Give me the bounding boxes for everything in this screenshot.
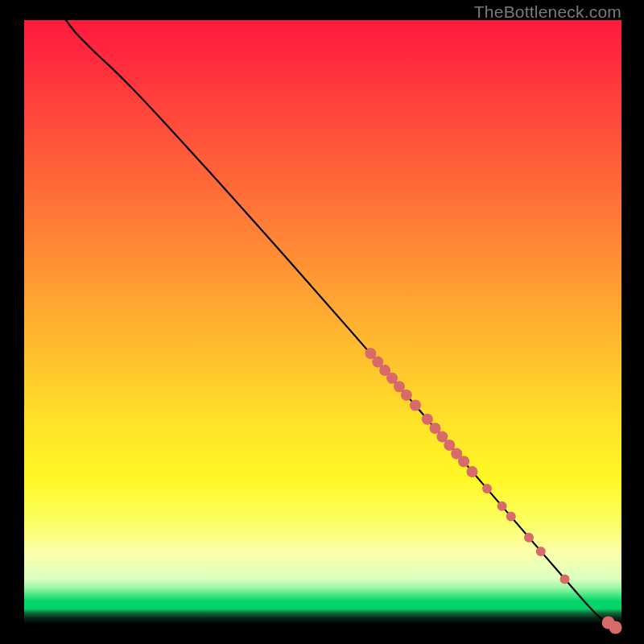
chart-stage: TheBottleneck.com [0,0,644,644]
data-dot [422,414,433,425]
watermark-text: TheBottleneck.com [474,2,621,22]
data-dot [524,533,534,543]
data-dot [506,512,516,522]
plot-area [24,20,621,624]
chart-overlay [24,20,621,624]
data-dot [536,547,546,556]
data-dot [482,484,492,493]
data-dot [458,456,469,467]
data-dot [401,390,412,401]
data-dots [365,348,621,634]
data-dot [497,502,507,511]
data-dot [467,466,478,477]
data-dot [609,621,622,634]
data-dot [560,575,570,584]
data-dot [410,400,421,411]
